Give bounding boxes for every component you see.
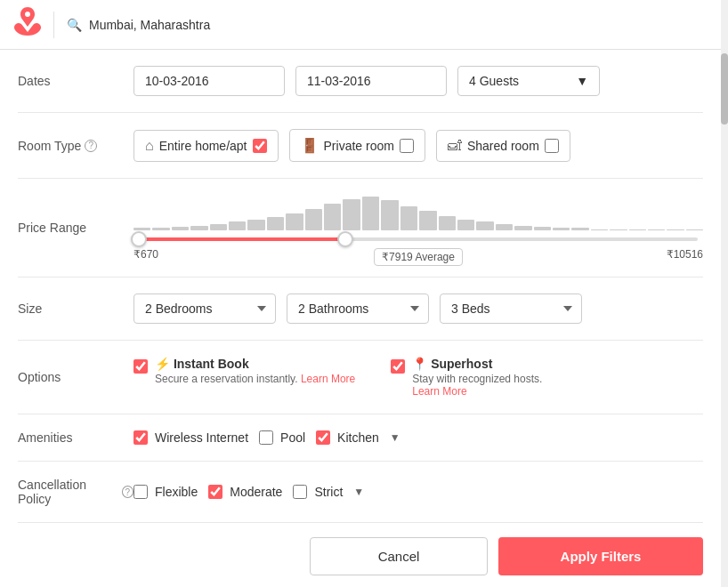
histogram-bar bbox=[457, 220, 474, 230]
price-slider: ₹7919 Average bbox=[133, 237, 703, 241]
amenities-content: Wireless Internet Pool Kitchen ▼ bbox=[133, 430, 703, 445]
histogram-bar bbox=[210, 224, 227, 230]
lightning-icon: ⚡ bbox=[155, 357, 170, 371]
bathrooms-select[interactable]: 2 Bathrooms bbox=[287, 294, 429, 324]
dates-content: 4 Guests ▼ bbox=[133, 66, 703, 96]
slider-thumb-left[interactable] bbox=[131, 231, 147, 247]
slider-thumb-right[interactable] bbox=[337, 231, 353, 247]
room-type-label: Room Type ? bbox=[18, 139, 133, 153]
amenity-kitchen-checkbox[interactable] bbox=[316, 430, 330, 445]
instant-book-option: ⚡ Instant Book Secure a reservation inst… bbox=[133, 357, 355, 385]
price-range-container: ₹7919 Average ₹670 ₹10516 bbox=[133, 195, 703, 261]
histogram-bar bbox=[229, 221, 246, 230]
footer: Cancel Apply Filters bbox=[0, 523, 721, 587]
cancel-button[interactable]: Cancel bbox=[310, 537, 488, 575]
superhost-desc: Stay with recognized hosts. Learn More bbox=[412, 373, 542, 398]
instant-book-title: ⚡ Instant Book bbox=[155, 357, 355, 371]
price-range-row: Price Range ₹7919 Average ₹6 bbox=[18, 179, 703, 277]
price-average-label: ₹7919 Average bbox=[374, 248, 463, 266]
airbnb-logo[interactable] bbox=[14, 7, 41, 42]
shared-icon: 🛋 bbox=[448, 138, 462, 154]
superhost-learn-more[interactable]: Learn More bbox=[412, 385, 466, 398]
instant-book-checkbox[interactable] bbox=[133, 359, 148, 374]
cancellation-row: Cancellation Policy ? Flexible Moderate … bbox=[18, 462, 703, 523]
histogram-bar bbox=[133, 228, 150, 230]
start-date-input[interactable] bbox=[133, 66, 285, 96]
superhost-checkbox[interactable] bbox=[391, 359, 405, 374]
amenities-label: Amenities bbox=[18, 430, 133, 445]
cancel-moderate-checkbox[interactable] bbox=[208, 485, 222, 499]
histogram-bar bbox=[514, 226, 531, 230]
cancel-moderate-label: Moderate bbox=[230, 485, 282, 499]
cancel-flexible: Flexible bbox=[133, 485, 198, 499]
histogram-bar bbox=[172, 227, 189, 230]
dates-label: Dates bbox=[18, 74, 133, 88]
histogram-bar bbox=[571, 228, 588, 230]
histogram-bar bbox=[610, 229, 627, 230]
room-type-entire-checkbox[interactable] bbox=[253, 139, 267, 153]
room-type-private[interactable]: 🚪 Private room bbox=[289, 129, 425, 162]
room-type-entire[interactable]: ⌂ Entire home/apt bbox=[133, 130, 279, 162]
size-label: Size bbox=[18, 302, 133, 316]
room-type-shared-checkbox[interactable] bbox=[545, 139, 559, 153]
instant-book-desc: Secure a reservation instantly. Learn Mo… bbox=[155, 373, 355, 385]
room-type-shared-label: Shared room bbox=[467, 139, 539, 153]
histogram-bar bbox=[629, 229, 646, 230]
histogram-bar bbox=[419, 211, 436, 230]
room-type-private-label: Private room bbox=[324, 139, 394, 153]
bedrooms-select[interactable]: 2 Bedrooms bbox=[133, 294, 276, 324]
amenity-wifi: Wireless Internet bbox=[133, 430, 248, 445]
header-divider bbox=[53, 12, 54, 38]
superhost-option: 📍 Superhost Stay with recognized hosts. … bbox=[391, 357, 542, 398]
apply-filters-button[interactable]: Apply Filters bbox=[498, 537, 703, 575]
cancel-strict-checkbox[interactable] bbox=[293, 485, 307, 499]
cancellation-help-icon[interactable]: ? bbox=[122, 486, 133, 498]
amenity-wifi-label: Wireless Internet bbox=[155, 430, 248, 445]
door-icon: 🚪 bbox=[301, 137, 319, 154]
histogram-bar bbox=[439, 216, 456, 230]
amenity-pool-checkbox[interactable] bbox=[259, 430, 273, 445]
guests-select[interactable]: 4 Guests ▼ bbox=[457, 66, 600, 96]
header: 🔍 Mumbai, Maharashtra bbox=[0, 0, 721, 50]
histogram-bar bbox=[496, 224, 513, 230]
price-range-label: Price Range bbox=[18, 221, 133, 235]
room-type-help-icon[interactable]: ? bbox=[85, 140, 97, 152]
histogram-bar bbox=[152, 228, 169, 230]
slider-track: ₹7919 Average bbox=[139, 237, 698, 241]
amenity-wifi-checkbox[interactable] bbox=[133, 430, 148, 445]
scrollbar[interactable] bbox=[721, 0, 728, 587]
room-type-entire-label: Entire home/apt bbox=[159, 139, 247, 153]
amenity-pool-label: Pool bbox=[280, 430, 305, 445]
room-type-content: ⌂ Entire home/apt 🚪 Private room 🛋 Share… bbox=[133, 129, 703, 162]
amenities-expand-icon[interactable]: ▼ bbox=[390, 431, 400, 444]
cancellation-label: Cancellation Policy ? bbox=[18, 478, 133, 506]
histogram-bar bbox=[648, 229, 665, 230]
options-label: Options bbox=[18, 370, 133, 384]
histogram-bar bbox=[247, 220, 264, 230]
amenity-kitchen: Kitchen ▼ bbox=[316, 430, 400, 445]
cancellation-expand-icon[interactable]: ▼ bbox=[353, 486, 364, 498]
options-row: Options ⚡ Instant Book Secure a reservat… bbox=[18, 341, 703, 414]
histogram-bar bbox=[553, 228, 570, 230]
cancel-flexible-checkbox[interactable] bbox=[133, 485, 148, 499]
superhost-title: 📍 Superhost bbox=[412, 357, 542, 371]
search-icon: 🔍 bbox=[67, 18, 82, 32]
room-type-private-checkbox[interactable] bbox=[400, 139, 414, 153]
histogram-bar bbox=[400, 206, 417, 230]
dates-row: Dates 4 Guests ▼ bbox=[18, 50, 703, 113]
guests-value: 4 Guests bbox=[469, 74, 519, 88]
home-icon: ⌂ bbox=[145, 138, 154, 154]
end-date-input[interactable] bbox=[295, 66, 447, 96]
scrollbar-thumb[interactable] bbox=[721, 53, 728, 125]
size-row: Size 2 Bedrooms 2 Bathrooms 3 Beds bbox=[18, 277, 703, 341]
histogram-bar bbox=[362, 197, 379, 230]
beds-select[interactable]: 3 Beds bbox=[440, 294, 582, 324]
location-text: Mumbai, Maharashtra bbox=[89, 18, 210, 32]
instant-book-learn-more[interactable]: Learn More bbox=[301, 373, 355, 385]
histogram-bar bbox=[343, 199, 360, 230]
histogram-bar bbox=[381, 200, 398, 230]
room-type-shared[interactable]: 🛋 Shared room bbox=[436, 130, 570, 162]
cancel-strict: Strict ▼ bbox=[293, 485, 364, 499]
cancel-strict-label: Strict bbox=[314, 485, 343, 499]
slider-fill bbox=[139, 237, 345, 241]
